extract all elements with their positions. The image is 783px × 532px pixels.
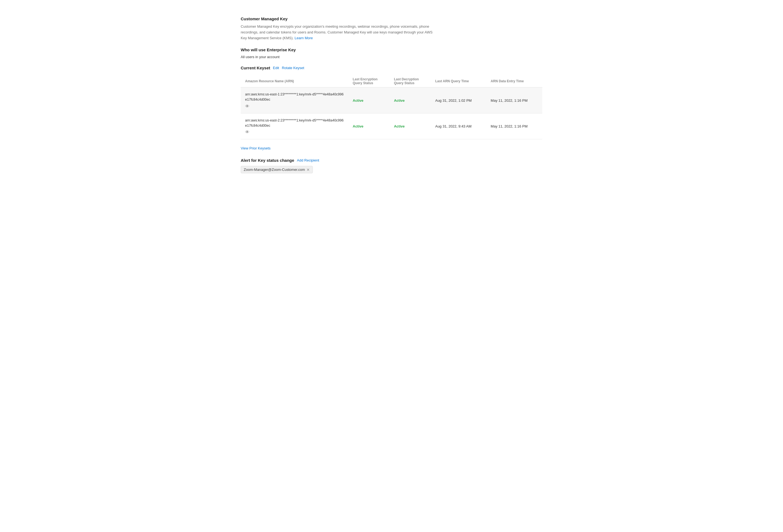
arn-text: arn:aws:kms:us-east-2:23*********1:key/m…	[245, 118, 344, 128]
arn-query-time-cell: Aug 31, 2022, 9:43 AM	[431, 113, 486, 139]
col-header-enc-status: Last EncryptionQuery Status	[348, 75, 389, 88]
recipient-email: Zoom-Manager@Zoom-Customer.com	[244, 167, 305, 172]
recipient-tag: Zoom-Manager@Zoom-Customer.com ✕	[241, 166, 313, 173]
arn-text: arn:aws:kms:us-east-1:23*********1:key/m…	[245, 92, 344, 102]
table-header-row: Amazon Resource Name (ARN) Last Encrypti…	[241, 75, 542, 88]
arn-cell: arn:aws:kms:us-east-1:23*********1:key/m…	[241, 88, 348, 114]
dec-status-value: Active	[394, 124, 405, 128]
arn-entry-time-cell: May 11, 2022, 1:16 PM	[487, 113, 542, 139]
who-use-section: Who will use Enterprise Key All users in…	[241, 48, 542, 59]
enc-status-cell: Active	[348, 113, 389, 139]
current-keyset-header: Current Keyset Edit Rotate Keyset	[241, 66, 542, 70]
table-row: arn:aws:kms:us-east-1:23*********1:key/m…	[241, 88, 542, 114]
page-description: Customer Managed Key encrypts your organ…	[241, 24, 438, 41]
arn-entry-time-cell: May 11, 2022, 1:16 PM	[487, 88, 542, 114]
table-row: arn:aws:kms:us-east-2:23*********1:key/m…	[241, 113, 542, 139]
col-header-arn-query-time: Last ARN Query Time	[431, 75, 486, 88]
enc-status-value: Active	[353, 98, 364, 102]
dec-status-value: Active	[394, 98, 405, 102]
alert-section-header: Alert for Key status change Add Recipien…	[241, 158, 542, 163]
eye-icon[interactable]: 👁	[245, 104, 249, 109]
eye-icon[interactable]: 👁	[245, 130, 249, 135]
learn-more-link[interactable]: Learn More	[295, 36, 313, 40]
enc-status-cell: Active	[348, 88, 389, 114]
edit-link[interactable]: Edit	[273, 66, 279, 70]
arn-cell: arn:aws:kms:us-east-2:23*********1:key/m…	[241, 113, 348, 139]
keyset-table: Amazon Resource Name (ARN) Last Encrypti…	[241, 75, 542, 139]
dec-status-cell: Active	[389, 88, 431, 114]
who-use-title: Who will use Enterprise Key	[241, 48, 542, 52]
page-container: Customer Managed Key Customer Managed Ke…	[241, 11, 542, 173]
dec-status-cell: Active	[389, 113, 431, 139]
col-header-arn: Amazon Resource Name (ARN)	[241, 75, 348, 88]
alert-title: Alert for Key status change	[241, 158, 294, 163]
current-keyset-title: Current Keyset	[241, 66, 270, 70]
who-use-value: All users in your account	[241, 55, 542, 59]
remove-recipient-button[interactable]: ✕	[307, 168, 310, 172]
col-header-dec-status: Last DecryptionQuery Status	[389, 75, 431, 88]
view-prior-keysets-link[interactable]: View Prior Keysets	[241, 146, 271, 150]
view-prior-keysets-section: View Prior Keysets	[241, 146, 542, 150]
page-title: Customer Managed Key	[241, 17, 542, 21]
enc-status-value: Active	[353, 124, 364, 128]
arn-query-time-cell: Aug 31, 2022, 1:02 PM	[431, 88, 486, 114]
rotate-keyset-link[interactable]: Rotate Keyset	[282, 66, 304, 70]
col-header-arn-entry-time: ARN Data Entry Time	[487, 75, 542, 88]
add-recipient-link[interactable]: Add Recipient	[297, 158, 319, 162]
